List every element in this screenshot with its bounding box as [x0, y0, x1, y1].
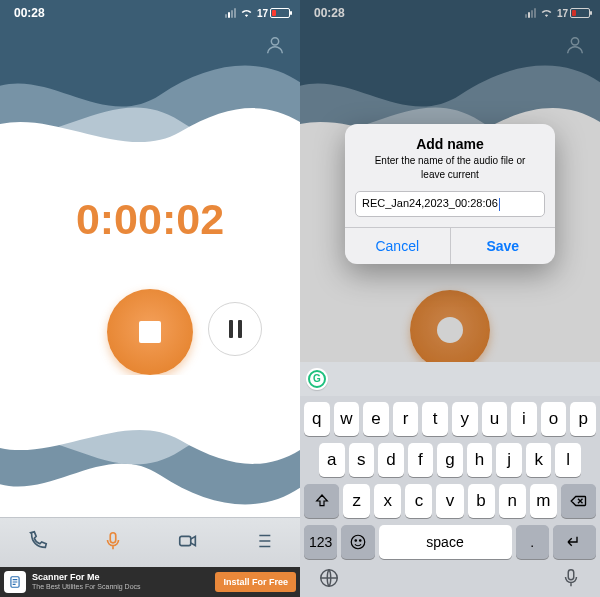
backspace-key[interactable]	[561, 484, 596, 518]
ad-app-icon	[4, 571, 26, 593]
key-c[interactable]: c	[405, 484, 432, 518]
recording-timer: 0:00:02	[0, 195, 300, 244]
svg-rect-1	[110, 532, 116, 542]
status-icons: 17	[225, 7, 290, 19]
key-b[interactable]: b	[468, 484, 495, 518]
globe-icon[interactable]	[318, 567, 340, 593]
return-key[interactable]	[553, 525, 596, 559]
key-t[interactable]: t	[422, 402, 448, 436]
key-l[interactable]: l	[555, 443, 581, 477]
rename-alert: Add name Enter the name of the audio fil…	[345, 124, 555, 264]
pause-button[interactable]	[208, 302, 262, 356]
shift-key[interactable]	[304, 484, 339, 518]
key-j[interactable]: j	[496, 443, 522, 477]
numbers-key[interactable]: 123	[304, 525, 337, 559]
suggestion-bar: G	[300, 362, 600, 396]
key-m[interactable]: m	[530, 484, 557, 518]
key-d[interactable]: d	[378, 443, 404, 477]
svg-rect-2	[179, 536, 190, 545]
key-v[interactable]: v	[436, 484, 463, 518]
key-x[interactable]: x	[374, 484, 401, 518]
key-n[interactable]: n	[499, 484, 526, 518]
key-g[interactable]: g	[437, 443, 463, 477]
status-bar: 00:28 17	[0, 0, 300, 26]
ad-title: Scanner For Me	[32, 573, 209, 583]
battery-icon: 17	[257, 8, 290, 19]
cancel-button[interactable]: Cancel	[345, 228, 451, 264]
key-o[interactable]: o	[541, 402, 567, 436]
ad-banner[interactable]: Scanner For Me The Best Utilites For Sca…	[0, 567, 300, 597]
period-key[interactable]: .	[516, 525, 549, 559]
ad-install-button[interactable]: Install For Free	[215, 572, 296, 592]
key-w[interactable]: w	[334, 402, 360, 436]
key-h[interactable]: h	[467, 443, 493, 477]
stop-icon	[139, 321, 161, 343]
emoji-key[interactable]	[341, 525, 374, 559]
grammarly-icon[interactable]: G	[306, 368, 328, 390]
ad-subtitle: The Best Utilites For Scannig Docs	[32, 583, 209, 591]
svg-point-0	[271, 38, 278, 45]
key-p[interactable]: p	[570, 402, 596, 436]
key-y[interactable]: y	[452, 402, 478, 436]
nav-mic-icon[interactable]	[102, 530, 124, 556]
key-k[interactable]: k	[526, 443, 552, 477]
save-button[interactable]: Save	[451, 228, 556, 264]
key-a[interactable]: a	[319, 443, 345, 477]
key-z[interactable]: z	[343, 484, 370, 518]
svg-rect-9	[568, 570, 574, 580]
key-u[interactable]: u	[482, 402, 508, 436]
dictation-icon[interactable]	[560, 567, 582, 593]
keyboard: G qwertyuiop asdfghjkl zxcvbnm 123 space…	[300, 362, 600, 597]
space-key[interactable]: space	[379, 525, 512, 559]
alert-title: Add name	[345, 124, 555, 154]
nav-video-icon[interactable]	[177, 530, 199, 556]
pause-icon	[229, 320, 233, 338]
nav-list-icon[interactable]	[252, 530, 274, 556]
key-e[interactable]: e	[363, 402, 389, 436]
key-r[interactable]: r	[393, 402, 419, 436]
stop-button[interactable]	[107, 289, 193, 375]
bottom-nav	[0, 517, 300, 567]
key-q[interactable]: q	[304, 402, 330, 436]
alert-message: Enter the name of the audio file or leav…	[345, 154, 555, 191]
status-time: 00:28	[14, 6, 45, 20]
cellular-icon	[225, 8, 236, 18]
svg-point-5	[351, 535, 365, 549]
wifi-icon	[240, 7, 253, 19]
text-cursor	[499, 198, 501, 211]
nav-call-icon[interactable]	[27, 530, 49, 556]
rec-indicator: REC	[129, 160, 172, 182]
profile-icon[interactable]	[264, 34, 286, 60]
key-i[interactable]: i	[511, 402, 537, 436]
svg-point-7	[359, 539, 361, 541]
key-f[interactable]: f	[408, 443, 434, 477]
key-s[interactable]: s	[349, 443, 375, 477]
svg-point-6	[355, 539, 357, 541]
filename-input[interactable]: REC_Jan24,2023_00:28:06	[355, 191, 545, 217]
